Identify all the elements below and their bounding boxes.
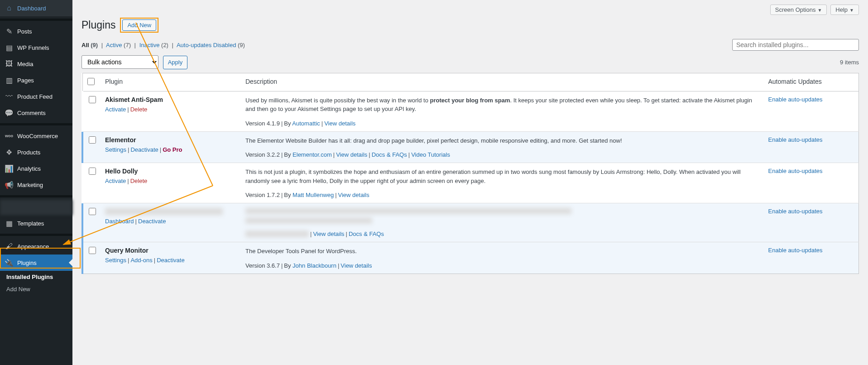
table-row: Hello DollyActivate|DeleteThis is not ju… xyxy=(82,163,859,203)
enable-auto-updates-link[interactable]: Enable auto-updates xyxy=(768,96,823,103)
action-deactivate[interactable]: Deactivate xyxy=(138,218,166,225)
menu-separator xyxy=(0,123,72,125)
sidebar-item-appearance[interactable]: 🖌Appearance xyxy=(0,238,72,255)
action-add-ons[interactable]: Add-ons xyxy=(130,257,152,264)
appearance-icon: 🖌 xyxy=(5,242,14,251)
sidebar-item-marketing[interactable]: 📢Marketing xyxy=(0,177,72,193)
chevron-down-icon: ▼ xyxy=(849,8,854,13)
row-actions: Activate|Delete xyxy=(105,106,236,113)
table-row: Dashboard|Deactivate |View details|Docs … xyxy=(82,203,859,242)
meta-link[interactable]: Docs & FAQs xyxy=(372,151,407,158)
sidebar-item-product-feed[interactable]: 〰Product Feed xyxy=(0,88,72,105)
row-checkbox[interactable] xyxy=(89,208,96,215)
media-icon: 🖼 xyxy=(5,59,14,68)
meta-link[interactable]: View details xyxy=(324,120,355,127)
sidebar-item-dashboard[interactable]: ⌂Dashboard xyxy=(0,0,72,16)
author-link[interactable]: Matt Mullenweg xyxy=(293,192,334,198)
meta-link[interactable]: Video Tutorials xyxy=(411,151,450,158)
submenu-installed-plugins[interactable]: Installed Plugins xyxy=(0,271,72,283)
author-link[interactable]: Elementor.com xyxy=(293,151,332,158)
apply-button[interactable]: Apply xyxy=(163,56,188,69)
sidebar-item-label: Pages xyxy=(17,77,34,84)
filter-all[interactable]: All (9) xyxy=(82,42,98,48)
action-deactivate[interactable]: Deactivate xyxy=(130,146,158,153)
screen-options-button[interactable]: Screen Options▼ xyxy=(770,5,827,15)
sidebar-item-blurred[interactable] xyxy=(0,200,72,215)
plugin-meta: |View details|Docs & FAQs xyxy=(245,231,759,237)
plugin-meta: Version 1.7.2|By Matt Mullenweg|View det… xyxy=(245,192,759,198)
sidebar-item-media[interactable]: 🖼Media xyxy=(0,56,72,72)
enable-auto-updates-link[interactable]: Enable auto-updates xyxy=(768,208,823,215)
plugin-name xyxy=(105,208,236,215)
author-link[interactable]: Automattic xyxy=(292,120,320,127)
sidebar-item-label: Product Feed xyxy=(17,93,53,100)
sidebar-item-plugins[interactable]: 🔌Plugins xyxy=(0,255,72,271)
meta-link[interactable]: View details xyxy=(340,262,372,269)
menu-separator xyxy=(0,234,72,236)
row-checkbox[interactable] xyxy=(89,96,96,103)
table-row: ElementorSettings|Deactivate|Go ProThe E… xyxy=(82,131,859,163)
plugin-name: Query Monitor xyxy=(105,247,236,254)
analytics-icon: 📊 xyxy=(5,164,14,173)
action-delete[interactable]: Delete xyxy=(130,106,148,113)
help-button[interactable]: Help▼ xyxy=(830,5,859,15)
row-actions: Settings|Add-ons|Deactivate xyxy=(105,257,236,264)
action-settings[interactable]: Settings xyxy=(105,146,126,153)
author-link[interactable]: John Blackbourn xyxy=(293,262,336,269)
meta-link[interactable]: View details xyxy=(336,151,367,158)
sidebar-item-woocommerce[interactable]: wooWooCommerce xyxy=(0,128,72,144)
sidebar-item-label: Products xyxy=(17,149,40,156)
filter-auto-disabled[interactable]: Auto-updates Disabled (9) xyxy=(177,42,245,48)
marketing-icon: 📢 xyxy=(5,180,14,189)
meta-link[interactable]: Docs & FAQs xyxy=(349,231,384,237)
action-delete[interactable]: Delete xyxy=(130,178,148,184)
sidebar-item-pages[interactable]: ▥Pages xyxy=(0,72,72,88)
bulk-actions-select[interactable]: Bulk actions xyxy=(82,55,158,69)
sidebar-item-wpfunnels[interactable]: ▤WP Funnels xyxy=(0,39,72,56)
meta-link[interactable]: View details xyxy=(338,192,369,198)
select-all-checkbox[interactable] xyxy=(87,78,95,85)
annotation-highlight: Add New xyxy=(120,18,158,33)
sidebar-item-label: Analytics xyxy=(17,165,41,172)
items-count: 9 items xyxy=(840,59,859,66)
action-go-pro[interactable]: Go Pro xyxy=(163,146,182,153)
sidebar-item-posts[interactable]: ✎Posts xyxy=(0,23,72,39)
add-new-button[interactable]: Add New xyxy=(122,19,156,31)
sidebar-item-label: Plugins xyxy=(17,259,37,266)
filter-active[interactable]: Active (7) xyxy=(106,42,131,48)
sidebar-item-comments[interactable]: 💬Comments xyxy=(0,105,72,121)
row-checkbox[interactable] xyxy=(89,168,96,175)
filter-links: All (9) | Active (7) | Inactive (2) | Au… xyxy=(82,42,245,48)
pages-icon: ▥ xyxy=(5,76,14,85)
row-checkbox[interactable] xyxy=(89,136,96,144)
row-checkbox[interactable] xyxy=(89,247,96,254)
action-settings[interactable]: Settings xyxy=(105,257,126,264)
plugin-meta: Version 4.1.9|By Automattic|View details xyxy=(245,120,759,127)
enable-auto-updates-link[interactable]: Enable auto-updates xyxy=(768,247,823,254)
sidebar-item-analytics[interactable]: 📊Analytics xyxy=(0,160,72,177)
search-input[interactable] xyxy=(732,39,859,51)
action-dashboard[interactable]: Dashboard xyxy=(105,218,134,225)
enable-auto-updates-link[interactable]: Enable auto-updates xyxy=(768,136,823,143)
enable-auto-updates-link[interactable]: Enable auto-updates xyxy=(768,168,823,174)
funnels-icon: ▤ xyxy=(5,43,14,52)
woo-icon: woo xyxy=(5,131,14,140)
sidebar-item-label: WooCommerce xyxy=(17,133,58,139)
plugin-name: Hello Dolly xyxy=(105,168,236,175)
submenu-add-new[interactable]: Add New xyxy=(0,283,72,295)
menu-separator xyxy=(0,19,72,21)
action-activate[interactable]: Activate xyxy=(105,106,126,113)
sidebar-item-templates[interactable]: ▦Templates xyxy=(0,215,72,231)
action-deactivate[interactable]: Deactivate xyxy=(157,257,184,264)
filter-inactive[interactable]: Inactive (2) xyxy=(139,42,168,48)
plugins-icon: 🔌 xyxy=(5,258,14,267)
sidebar-item-label: Comments xyxy=(17,110,46,116)
comments-icon: 💬 xyxy=(5,108,14,117)
meta-link[interactable]: View details xyxy=(313,231,344,237)
action-activate[interactable]: Activate xyxy=(105,178,126,184)
plugin-description: This is not just a plugin, it symbolizes… xyxy=(245,168,759,185)
sidebar-item-products[interactable]: ❖Products xyxy=(0,144,72,160)
plugin-name: Elementor xyxy=(105,136,236,144)
sidebar-item-label: WP Funnels xyxy=(17,44,49,51)
page-title: Plugins xyxy=(82,19,115,31)
